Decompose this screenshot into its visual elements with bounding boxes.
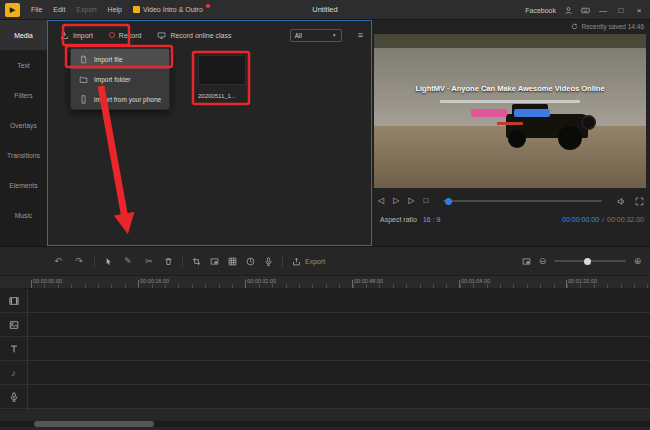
menu-item-import-file[interactable]: Import file — [71, 49, 169, 69]
select-cursor-icon[interactable] — [104, 257, 113, 266]
aspect-ratio-value[interactable]: 16 : 9 — [423, 216, 441, 223]
video-preview[interactable]: LightMV · Anyone Can Make Awesome Videos… — [374, 34, 646, 188]
music-track[interactable] — [0, 361, 650, 385]
app-logo-icon: ▶ — [5, 3, 20, 17]
account-icon[interactable] — [564, 6, 573, 15]
import-file-label: Import file — [94, 56, 123, 63]
clip-name: 20200511_1... — [198, 93, 246, 99]
sidebar: Media Text Filters Overlays Transitions … — [0, 20, 47, 246]
monitor-icon — [157, 31, 166, 40]
media-clip-item[interactable]: 20200511_1... — [198, 55, 246, 99]
aspect-ratio-label: Aspect ratio — [380, 216, 417, 223]
video-editor-window: ▶ File Edit Export Help Video Intro & Ou… — [0, 0, 650, 430]
zoom-handle[interactable] — [584, 258, 591, 265]
track-header-gutter: ♪ — [0, 289, 28, 411]
sidebar-item-elements[interactable]: Elements — [0, 170, 47, 200]
sidebar-item-media[interactable]: Media — [0, 20, 47, 50]
menu-item-import-from-phone[interactable]: import from your phone — [71, 89, 169, 109]
undo-button[interactable]: ↶ — [52, 257, 64, 266]
import-from-phone-label: import from your phone — [94, 96, 161, 103]
play-button[interactable]: ▷ — [393, 197, 399, 205]
import-icon — [60, 31, 69, 40]
split-scissors-button[interactable]: ✂ — [143, 257, 155, 266]
current-timecode: 00:00:00.00 — [562, 216, 599, 223]
ruler-label: 00:00:16.00 — [140, 278, 169, 284]
stop-button[interactable]: □ — [423, 197, 428, 205]
import-folder-label: Import folder — [94, 76, 131, 83]
seek-slider[interactable] — [443, 200, 602, 202]
facebook-link[interactable]: Facebook — [525, 7, 556, 14]
menu-export[interactable]: Export — [76, 6, 96, 13]
sidebar-item-text[interactable]: Text — [0, 50, 47, 80]
menu-edit[interactable]: Edit — [53, 6, 65, 13]
step-back-button[interactable]: ◁ — [378, 197, 384, 205]
text-track-icon — [9, 344, 19, 354]
fit-timeline-icon[interactable] — [522, 257, 531, 266]
seek-handle[interactable] — [445, 198, 452, 205]
menu-item-import-folder[interactable]: Import folder — [71, 69, 169, 89]
menu-video-intro-outro[interactable]: Video Intro & Outro — [133, 6, 210, 13]
timeline-ruler[interactable]: 00:00:00.00 00:00:16.00 00:00:32.00 00:0… — [0, 275, 650, 289]
timeline-section: ↶ ↷ ✎ ✂ Export ⊖ ⊕ — [0, 246, 650, 430]
mosaic-grid-button[interactable] — [228, 257, 237, 266]
titlebar: ▶ File Edit Export Help Video Intro & Ou… — [0, 0, 650, 20]
recently-saved-status: Recently saved 14:46 — [571, 23, 644, 30]
voiceover-mic-button[interactable] — [264, 257, 273, 266]
voiceover-track[interactable] — [0, 385, 650, 409]
sidebar-item-music[interactable]: Music — [0, 200, 47, 230]
maximize-button[interactable]: □ — [616, 6, 626, 15]
music-track-icon: ♪ — [11, 368, 16, 378]
intro-outro-icon — [133, 6, 140, 13]
menu-file[interactable]: File — [31, 6, 42, 13]
overlay-track-icon — [9, 320, 19, 330]
preview-blue-button — [514, 109, 550, 117]
delete-trash-button[interactable] — [164, 257, 173, 266]
keyboard-shortcuts-icon[interactable] — [581, 6, 590, 15]
step-forward-button[interactable]: ▷ — [408, 197, 414, 205]
menu-help[interactable]: Help — [108, 6, 122, 13]
scrollbar-thumb[interactable] — [34, 421, 154, 427]
media-filter-dropdown[interactable]: All ▼ — [290, 29, 342, 42]
export-label: Export — [305, 258, 325, 265]
video-track[interactable] — [0, 289, 650, 313]
overlay-track[interactable] — [0, 313, 650, 337]
import-label: Import — [73, 32, 93, 39]
sidebar-item-transitions[interactable]: Transitions — [0, 140, 47, 170]
preview-pink-button — [471, 109, 507, 117]
notification-dot — [206, 4, 210, 8]
chevron-down-icon: ▼ — [332, 32, 337, 38]
preview-headline-text: LightMV · Anyone Can Make Awesome Videos… — [374, 84, 646, 93]
export-button[interactable]: Export — [292, 257, 325, 266]
crop-button[interactable] — [192, 257, 201, 266]
pip-button[interactable] — [210, 257, 219, 266]
video-track-icon — [9, 296, 19, 306]
record-button[interactable]: Record — [109, 32, 142, 39]
record-icon — [109, 32, 115, 38]
duration-clock-button[interactable] — [246, 257, 255, 266]
zoom-in-button[interactable]: ⊕ — [633, 257, 642, 266]
import-button[interactable]: Import — [60, 31, 93, 40]
text-track[interactable] — [0, 337, 650, 361]
sidebar-item-filters[interactable]: Filters — [0, 80, 47, 110]
timeline-zoom-slider[interactable] — [554, 260, 626, 262]
fullscreen-icon[interactable] — [635, 197, 644, 206]
horizontal-scrollbar[interactable] — [0, 421, 650, 427]
redo-button[interactable]: ↷ — [73, 257, 85, 266]
timeline-tracks: ♪ — [0, 289, 650, 411]
minimize-button[interactable]: — — [598, 6, 608, 15]
record-online-class-button[interactable]: Record online class — [157, 31, 231, 40]
close-button[interactable]: × — [634, 6, 644, 15]
media-filter-value: All — [295, 32, 302, 39]
ruler-label: 00:01:20.00 — [568, 278, 597, 284]
sidebar-item-overlays[interactable]: Overlays — [0, 110, 47, 140]
window-title: Untitled — [312, 5, 337, 14]
zoom-out-button[interactable]: ⊖ — [538, 257, 547, 266]
edit-pen-button[interactable]: ✎ — [122, 257, 134, 266]
file-icon — [79, 55, 88, 64]
voiceover-track-icon — [9, 392, 19, 402]
record-label: Record — [119, 32, 142, 39]
volume-icon[interactable] — [617, 197, 626, 206]
intro-outro-label: Video Intro & Outro — [143, 6, 203, 13]
preview-rating-stars — [497, 122, 523, 125]
list-view-icon[interactable]: ≡ — [358, 30, 363, 40]
